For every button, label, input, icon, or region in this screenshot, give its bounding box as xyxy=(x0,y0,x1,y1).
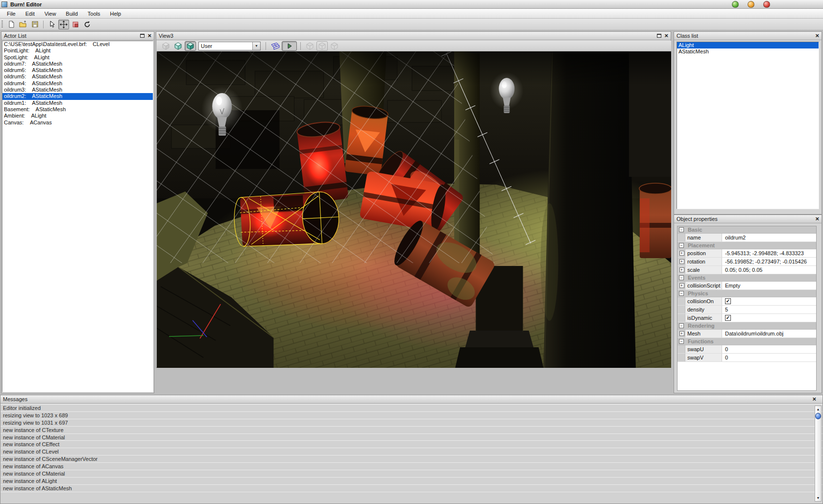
menu-edit[interactable]: Edit xyxy=(21,10,40,18)
category-events[interactable]: − Events xyxy=(678,274,816,282)
float-panel-icon[interactable] xyxy=(140,34,145,38)
property-row-position[interactable]: + position -5.945313; -2.994828; -4.8333… xyxy=(678,249,816,258)
category-placement[interactable]: − Placement xyxy=(678,242,816,249)
expand-icon[interactable]: + xyxy=(679,331,684,336)
property-row-collisionscript[interactable]: + collisionScript Empty xyxy=(678,282,816,290)
cube-c-button[interactable] xyxy=(329,41,340,51)
property-row-swapv[interactable]: swapV 0 xyxy=(678,354,816,362)
collapse-icon[interactable]: − xyxy=(679,291,684,296)
actor-list-header[interactable]: Actor List × xyxy=(1,32,154,40)
collapse-icon[interactable]: − xyxy=(679,339,684,344)
select-tool-button[interactable] xyxy=(47,20,57,29)
messages-header[interactable]: Messages × xyxy=(0,395,823,404)
shaded-view-button[interactable] xyxy=(172,41,184,51)
toolbar-separator xyxy=(300,42,301,50)
expand-icon[interactable]: + xyxy=(679,283,684,288)
shaded-cube-icon xyxy=(174,42,182,50)
actor-row[interactable]: Canvas:ACanvas xyxy=(2,120,153,126)
class-list-header[interactable]: Class list × xyxy=(674,32,822,40)
close-panel-icon[interactable]: × xyxy=(815,216,819,221)
play-button[interactable] xyxy=(282,41,297,51)
cube-a-button[interactable] xyxy=(304,41,315,51)
expand-icon[interactable]: + xyxy=(679,251,684,256)
actor-row-selected[interactable]: oildrum2:AStaticMesh xyxy=(2,93,153,99)
close-panel-icon[interactable]: × xyxy=(812,397,816,402)
main-toolbar xyxy=(0,19,823,30)
actor-row[interactable]: oildrum3:AStaticMesh xyxy=(2,87,153,93)
checkbox-checked[interactable]: ✓ xyxy=(725,315,731,321)
cube-b-button[interactable] xyxy=(316,41,328,51)
property-row-swapu[interactable]: swapU 0 xyxy=(678,345,816,354)
close-panel-icon[interactable]: × xyxy=(147,33,151,38)
messages-log: Editor initialized resizing view to 1023… xyxy=(0,404,823,504)
property-row-density[interactable]: density 5 xyxy=(678,306,816,314)
checkbox-checked[interactable]: ✓ xyxy=(725,298,731,304)
object-properties-header[interactable]: Object properties × xyxy=(674,215,822,223)
chevron-down-icon[interactable]: ▼ xyxy=(252,42,260,50)
close-panel-icon[interactable]: × xyxy=(815,33,819,38)
property-row-collisionon[interactable]: collisionOn ✓ xyxy=(678,297,816,306)
collapse-icon[interactable]: − xyxy=(679,275,684,280)
scale-tool-button[interactable] xyxy=(70,20,81,29)
property-row-mesh[interactable]: + Mesh Data\oildrum\oildrum.obj xyxy=(678,330,816,338)
close-panel-icon[interactable]: × xyxy=(664,33,668,38)
menu-view[interactable]: View xyxy=(40,10,61,18)
expand-icon[interactable]: + xyxy=(679,259,684,264)
move-tool-button[interactable] xyxy=(58,20,69,29)
view3-header[interactable]: View3 × xyxy=(156,32,671,40)
toolbar-grip[interactable] xyxy=(1,21,3,28)
grid-toggle-button[interactable] xyxy=(269,41,281,51)
actor-listbox[interactable]: C:\USE\testApp\Data\testLevel.brf:CLevel… xyxy=(2,41,153,392)
property-row-scale[interactable]: + scale 0.05; 0.05; 0.05 xyxy=(678,266,816,274)
category-rendering[interactable]: − Rendering xyxy=(678,322,816,330)
actor-row[interactable]: oildrum4:AStaticMesh xyxy=(2,80,153,87)
property-row-name[interactable]: name oildrum2 xyxy=(678,234,816,242)
actor-row[interactable]: oildrum7:AStaticMesh xyxy=(2,61,153,67)
camera-mode-value: User xyxy=(199,43,252,49)
category-functions[interactable]: − Functions xyxy=(678,338,816,345)
camera-mode-dropdown[interactable]: User ▼ xyxy=(198,42,261,50)
open-file-button[interactable] xyxy=(18,20,28,29)
actor-row[interactable]: oildrum6:AStaticMesh xyxy=(2,67,153,73)
scroll-down-button[interactable]: ▼ xyxy=(815,495,821,501)
scroll-up-button[interactable]: ▲ xyxy=(815,406,821,412)
class-listbox[interactable]: ALight AStaticMesh xyxy=(677,42,819,209)
collapse-icon[interactable]: − xyxy=(679,227,684,232)
class-row[interactable]: AStaticMesh xyxy=(677,48,819,55)
category-physics[interactable]: − Physics xyxy=(678,290,816,297)
actor-row[interactable]: PointLight:ALight xyxy=(2,48,153,54)
menu-tools[interactable]: Tools xyxy=(83,10,105,18)
rotate-tool-button[interactable] xyxy=(82,20,93,29)
class-row-selected[interactable]: ALight xyxy=(677,42,819,48)
maximize-button[interactable] xyxy=(748,1,754,8)
actor-row[interactable]: Basement:AStaticMesh xyxy=(2,106,153,113)
property-row-isdynamic[interactable]: isDynamic ✓ xyxy=(678,314,816,322)
menu-build[interactable]: Build xyxy=(61,10,82,18)
toolbar-separator xyxy=(43,21,44,28)
scrollbar-thumb[interactable] xyxy=(815,413,821,419)
actor-row[interactable]: SpotLight:ALight xyxy=(2,54,153,61)
textured-view-button[interactable] xyxy=(185,41,196,51)
expand-icon[interactable]: + xyxy=(679,267,684,272)
actor-row[interactable]: C:\USE\testApp\Data\testLevel.brf:CLevel xyxy=(2,41,153,48)
menu-help[interactable]: Help xyxy=(105,10,126,18)
actor-row[interactable]: oildrum1:AStaticMesh xyxy=(2,100,153,106)
actor-row[interactable]: oildrum5:AStaticMesh xyxy=(2,73,153,80)
log-line: Editor initialized xyxy=(0,405,823,412)
float-panel-icon[interactable] xyxy=(657,34,661,38)
category-basic[interactable]: − Basic xyxy=(678,226,816,234)
oildrum-right-edge[interactable] xyxy=(639,183,671,258)
viewport-3d-scene[interactable] xyxy=(157,51,671,368)
messages-scrollbar[interactable]: ▲ ▼ xyxy=(815,406,822,502)
collapse-icon[interactable]: − xyxy=(679,323,684,328)
minimize-button[interactable] xyxy=(732,1,739,8)
close-button[interactable] xyxy=(763,1,770,8)
save-file-button[interactable] xyxy=(29,20,40,29)
log-line: new instance of CSceneManagerVector xyxy=(0,456,823,463)
actor-row[interactable]: Ambient:ALight xyxy=(2,113,153,119)
property-row-rotation[interactable]: + rotation -56.199852; -0.273497; -0.015… xyxy=(678,258,816,266)
collapse-icon[interactable]: − xyxy=(679,243,684,248)
new-document-button[interactable] xyxy=(6,20,17,29)
menu-file[interactable]: File xyxy=(2,10,21,18)
wireframe-view-button[interactable] xyxy=(160,41,171,51)
